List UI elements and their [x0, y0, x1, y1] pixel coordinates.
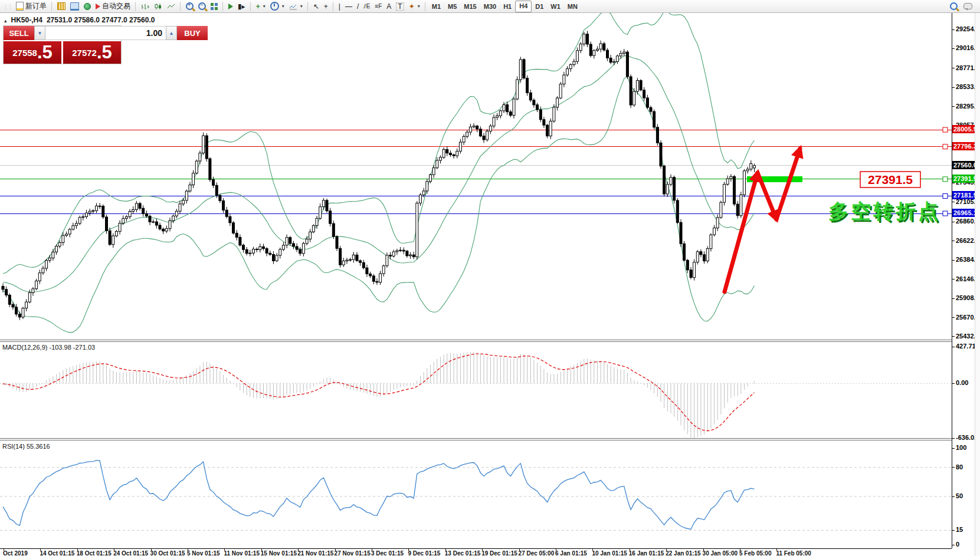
macd-signal-line [3, 354, 755, 431]
date-label: 21 Nov 01:15 [297, 550, 333, 556]
cursor-tool-button[interactable]: ↖ [311, 1, 322, 12]
volume-decrease-button[interactable]: ▼ [34, 26, 45, 40]
axis-tick-mark [952, 202, 955, 202]
line-anchor-handle[interactable] [943, 193, 948, 198]
turning-point-label[interactable]: 多空转折点 [828, 200, 940, 222]
timeframe-MN[interactable]: MN [564, 1, 581, 12]
vertical-line-tool-button[interactable]: | [336, 1, 343, 12]
bar-chart-icon [141, 3, 149, 10]
line-anchor-handle[interactable] [943, 177, 948, 182]
tile-windows-icon [211, 3, 218, 10]
rsi-line [3, 460, 755, 529]
sell-price-box[interactable]: 27558 .5 [4, 41, 61, 64]
zoom-in-button[interactable]: + [183, 1, 196, 12]
date-label: 6 Jan 01:15 [555, 550, 587, 556]
buy-button[interactable]: BUY [177, 26, 208, 40]
new-order-button[interactable]: 新订单 [14, 1, 49, 12]
rsi-axis-label: 50 [956, 492, 963, 499]
charts-button[interactable] [55, 1, 68, 12]
candlestick-series [2, 31, 756, 320]
cursor-icon: ↖ [313, 3, 319, 10]
toolbar-separator [425, 2, 426, 11]
autotrading-button[interactable]: 自动交易 [93, 1, 133, 12]
date-label: 3 Dec 01:15 [371, 550, 404, 556]
equidistant-channel-icon: ⫽E [363, 3, 370, 10]
date-label: 16 Jan 01:15 [629, 550, 664, 556]
date-label: 13 Dec 01:15 [445, 550, 481, 556]
profiles-button[interactable]: ▾ [268, 1, 287, 12]
buy-price-box[interactable]: 27572 .5 [63, 41, 121, 64]
timeframe-D1[interactable]: D1 [532, 1, 547, 12]
price-tag-annotation[interactable]: 27391.5 [860, 172, 920, 187]
chat-icon[interactable] [963, 3, 972, 9]
timeframe-W1[interactable]: W1 [547, 1, 564, 12]
channel-tool-button[interactable]: ⫽E [361, 1, 372, 12]
line-anchor-handle[interactable] [943, 127, 948, 132]
auto-scroll-icon [228, 4, 233, 9]
chart-window: 27391.5多空转折点多空转折点 ▴ HK50-,H4 27531.0 275… [0, 13, 980, 556]
horizontal-line-tool-button[interactable]: — [343, 1, 355, 12]
axis-tick-mark [952, 68, 955, 68]
date-label: 14 Oct 01:15 [40, 550, 74, 556]
axis-tick-mark [952, 448, 955, 449]
candlestick-mode-button[interactable] [152, 1, 165, 12]
trendline-tool-button[interactable]: / [355, 1, 361, 12]
text-tool-icon: A [386, 3, 391, 10]
zoom-out-button[interactable]: − [196, 1, 208, 12]
axis-tick-mark [952, 241, 955, 241]
zoom-in-icon: + [186, 2, 194, 10]
window-edge [975, 13, 980, 556]
pane-separator[interactable] [0, 340, 952, 340]
trend-zigzag-arrows[interactable] [725, 149, 800, 292]
rsi-label: RSI(14) 55.3616 [2, 443, 50, 450]
axis-tick-mark [952, 260, 955, 261]
rsi-pane-canvas[interactable] [0, 441, 952, 547]
zoom-out-icon: − [198, 2, 206, 10]
line-anchor-handle[interactable] [943, 144, 948, 149]
timeframe-M1[interactable]: M1 [428, 1, 444, 12]
main-chart-canvas[interactable]: 27391.5多空转折点多空转折点 [0, 13, 952, 340]
timeframe-H4[interactable]: H4 [515, 1, 532, 12]
volume-increase-button[interactable]: ▲ [166, 26, 177, 40]
axis-tick-mark [952, 496, 955, 497]
timeframe-H1[interactable]: H1 [500, 1, 515, 12]
label-tool-button[interactable]: T [394, 1, 406, 12]
timeframe-M15[interactable]: M15 [460, 1, 480, 12]
new-chart-button[interactable]: +▾ [254, 1, 268, 12]
toolbar: ⋮⋮ 新订单 自动交易 + − ▮▸ +▾ ▾ [0, 0, 980, 13]
terminal-button[interactable] [68, 1, 81, 12]
axis-tick-mark [952, 347, 955, 347]
arrows-tool-button[interactable]: ✦▾ [407, 1, 422, 12]
date-axis[interactable]: Oct 201914 Oct 01:1518 Oct 01:1524 Oct 0… [0, 548, 952, 556]
fibonacci-tool-button[interactable]: ≡F [372, 1, 384, 12]
macd-axis-label: 0.00 [956, 379, 968, 386]
pane-separator[interactable] [0, 438, 952, 439]
crosshair-tool-button[interactable]: + [322, 1, 330, 12]
macd-axis-label: 427.71 [956, 343, 976, 350]
chart-shift-button[interactable]: ▮▸ [235, 1, 248, 12]
tile-windows-button[interactable] [208, 1, 220, 12]
axis-tick-mark [952, 438, 955, 439]
bar-chart-mode-button[interactable] [139, 1, 152, 12]
sell-button[interactable]: SELL [4, 26, 34, 40]
timeframe-M30[interactable]: M30 [480, 1, 500, 12]
axis-tick-mark [952, 29, 955, 30]
macd-pane-canvas[interactable] [0, 342, 952, 438]
date-label: 30 Jan 05:00 [703, 550, 738, 556]
chevron-down-icon: ▾ [300, 4, 303, 9]
toolbar-separator [307, 2, 309, 11]
line-chart-mode-button[interactable] [165, 1, 178, 12]
toolbar-separator [250, 2, 251, 11]
signals-button[interactable] [81, 1, 93, 12]
horizontal-level-lines[interactable] [0, 127, 952, 216]
indicators-button[interactable]: ▾ [287, 1, 305, 12]
toolbar-separator [222, 2, 224, 11]
auto-scroll-button[interactable] [226, 1, 235, 12]
search-icon[interactable] [950, 2, 958, 10]
line-anchor-handle[interactable] [943, 211, 948, 216]
one-click-trade-panel: SELL ▼ ▲ BUY 27558 .5 27572 .5 [3, 25, 122, 64]
timeframe-M5[interactable]: M5 [444, 1, 460, 12]
date-label: 30 Oct 01:15 [150, 550, 185, 556]
volume-input[interactable] [45, 26, 166, 40]
text-tool-button[interactable]: A [384, 1, 394, 12]
